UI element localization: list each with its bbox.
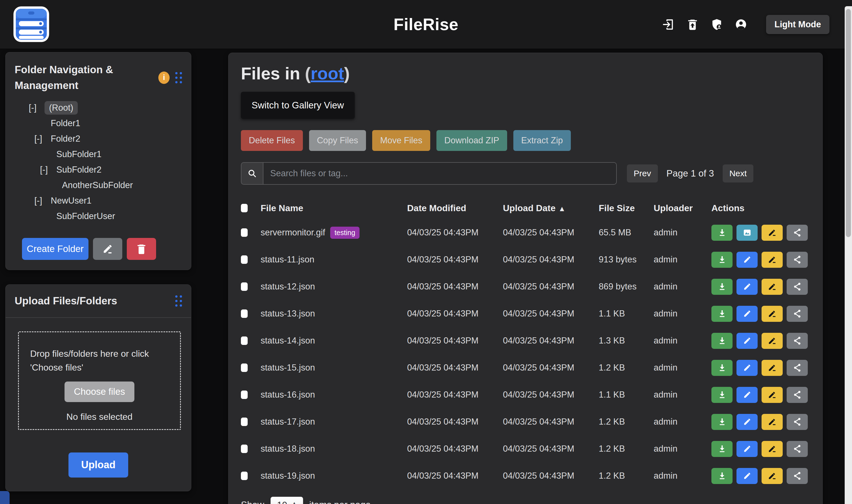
tree-item-subfolderuser[interactable]: SubFolderUser <box>15 208 182 224</box>
rename-button[interactable] <box>762 468 783 484</box>
scrollbar-thumb[interactable] <box>846 9 851 237</box>
rename-button[interactable] <box>762 441 783 457</box>
download-button[interactable] <box>711 333 732 349</box>
switch-gallery-view-button[interactable]: Switch to Gallery View <box>241 92 355 119</box>
download-button[interactable] <box>711 279 732 295</box>
column-uploader[interactable]: Uploader <box>654 203 711 213</box>
select-all-checkbox[interactable] <box>241 204 248 212</box>
download-zip-button[interactable]: Download ZIP <box>436 130 507 151</box>
delete-files-button[interactable]: Delete Files <box>241 130 303 151</box>
file-name[interactable]: status-13.json <box>261 309 315 319</box>
create-folder-button[interactable]: Create Folder <box>22 238 88 260</box>
info-icon[interactable]: i <box>158 72 170 84</box>
edit-button[interactable] <box>736 441 758 457</box>
download-button[interactable] <box>711 360 732 376</box>
row-checkbox[interactable] <box>241 255 248 264</box>
column-date-modified[interactable]: Date Modified <box>407 203 503 213</box>
download-button[interactable] <box>711 306 732 322</box>
share-button[interactable] <box>787 387 808 403</box>
search-input[interactable] <box>263 162 617 185</box>
edit-button[interactable] <box>736 306 758 322</box>
tree-item-subfolder2[interactable]: [-]SubFolder2 <box>15 162 182 177</box>
rename-button[interactable] <box>762 252 783 268</box>
tree-toggle-icon[interactable]: [-] <box>40 165 56 175</box>
per-page-select[interactable]: 10 ▲▼ <box>271 497 303 504</box>
edit-button[interactable] <box>736 387 758 403</box>
row-checkbox[interactable] <box>241 391 248 399</box>
rename-button[interactable] <box>762 306 783 322</box>
share-button[interactable] <box>787 360 808 376</box>
tree-item-label[interactable]: AnotherSubFolder <box>62 179 134 192</box>
download-button[interactable] <box>711 387 732 403</box>
file-name[interactable]: status-19.json <box>261 471 315 481</box>
file-dropzone[interactable]: Drop files/folders here or click 'Choose… <box>18 331 181 430</box>
choose-files-button[interactable]: Choose files <box>65 381 134 402</box>
share-button[interactable] <box>787 225 808 241</box>
row-checkbox[interactable] <box>241 337 248 345</box>
share-button[interactable] <box>787 279 808 295</box>
download-button[interactable] <box>711 468 732 484</box>
tree-item-label[interactable]: NewUser1 <box>50 194 92 208</box>
rename-button[interactable] <box>762 279 783 295</box>
tree-item-label[interactable]: Folder1 <box>50 116 81 130</box>
root-folder-link[interactable]: root <box>311 64 344 83</box>
file-name[interactable]: status-12.json <box>261 282 315 292</box>
drag-handle-icon[interactable] <box>175 295 182 307</box>
move-files-button[interactable]: Move Files <box>372 130 430 151</box>
edit-button[interactable] <box>736 252 758 268</box>
file-name[interactable]: status-14.json <box>261 336 315 346</box>
rename-button[interactable] <box>762 225 783 241</box>
rename-button[interactable] <box>762 387 783 403</box>
upload-button[interactable]: Upload <box>68 452 128 478</box>
tree-item-label[interactable]: SubFolder2 <box>56 163 102 177</box>
file-name[interactable]: servermonitor.gif <box>261 228 325 238</box>
share-button[interactable] <box>787 414 808 430</box>
row-checkbox[interactable] <box>241 472 248 480</box>
tree-toggle-icon[interactable]: [-] <box>34 134 50 144</box>
file-name[interactable]: status-17.json <box>261 417 315 427</box>
tree-item-newuser1[interactable]: [-]NewUser1 <box>15 193 182 208</box>
edit-button[interactable] <box>736 279 758 295</box>
download-button[interactable] <box>711 252 732 268</box>
tree-item-label[interactable]: SubFolderUser <box>56 210 116 223</box>
tree-item-label[interactable]: SubFolder1 <box>56 147 102 161</box>
share-button[interactable] <box>787 441 808 457</box>
page-scrollbar[interactable] <box>845 6 852 504</box>
rename-button[interactable] <box>762 360 783 376</box>
tree-item-folder1[interactable]: Folder1 <box>15 115 182 131</box>
share-button[interactable] <box>787 252 808 268</box>
share-button[interactable] <box>787 468 808 484</box>
next-page-button[interactable]: Next <box>723 164 754 182</box>
row-checkbox[interactable] <box>241 445 248 453</box>
download-button[interactable] <box>711 414 732 430</box>
rename-folder-button[interactable] <box>93 238 122 260</box>
edit-button[interactable] <box>736 468 758 484</box>
light-mode-button[interactable]: Light Mode <box>766 15 830 34</box>
tree-item--root-[interactable]: [-](Root) <box>15 100 182 115</box>
row-checkbox[interactable] <box>241 309 248 318</box>
row-checkbox[interactable] <box>241 283 248 291</box>
rename-button[interactable] <box>762 333 783 349</box>
tree-item-anothersubfolder[interactable]: AnotherSubFolder <box>15 177 182 193</box>
user-account-icon[interactable] <box>734 18 747 31</box>
admin-shield-icon[interactable] <box>710 18 723 31</box>
drag-handle-icon[interactable] <box>175 72 182 83</box>
tree-toggle-icon[interactable]: [-] <box>34 196 50 206</box>
tree-item-subfolder1[interactable]: SubFolder1 <box>15 146 182 162</box>
tree-item-folder2[interactable]: [-]Folder2 <box>15 131 182 146</box>
file-name[interactable]: status-11.json <box>261 254 314 265</box>
column-upload-date[interactable]: Upload Date▲ <box>503 203 599 213</box>
column-file-size[interactable]: File Size <box>599 203 654 213</box>
column-file-name[interactable]: File Name <box>261 203 407 213</box>
file-name[interactable]: status-18.json <box>261 444 315 454</box>
preview-button[interactable] <box>736 225 758 241</box>
edit-button[interactable] <box>736 333 758 349</box>
row-checkbox[interactable] <box>241 363 248 372</box>
tree-item-label[interactable]: (Root) <box>45 101 78 114</box>
share-button[interactable] <box>787 306 808 322</box>
copy-files-button[interactable]: Copy Files <box>309 130 366 151</box>
logout-icon[interactable] <box>662 18 675 31</box>
file-name[interactable]: status-16.json <box>261 390 315 400</box>
share-button[interactable] <box>787 333 808 349</box>
tree-toggle-icon[interactable]: [-] <box>29 103 45 113</box>
